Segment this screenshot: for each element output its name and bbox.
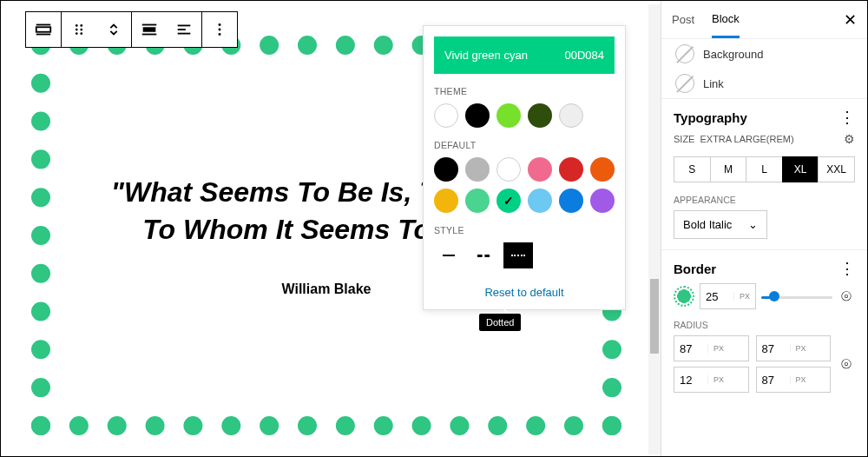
size-buttons: S M L XL XXL — [661, 155, 867, 193]
swatch-d-white[interactable] — [496, 157, 521, 182]
swatch-d-blue[interactable] — [559, 189, 583, 213]
size-m[interactable]: M — [710, 156, 747, 182]
style-label: STYLE — [434, 225, 615, 235]
style-solid-button[interactable] — [434, 242, 464, 268]
svg-point-8 — [80, 32, 82, 35]
border-section: Border ⋮ — [661, 249, 867, 280]
svg-point-3 — [76, 24, 78, 27]
quote-citation[interactable]: William Blake — [281, 281, 371, 297]
size-xxl[interactable]: XXL — [818, 156, 855, 182]
swatch-d-mint[interactable] — [465, 189, 490, 213]
default-label: DEFAULT — [434, 140, 615, 150]
unit-px: PX — [733, 292, 755, 301]
svg-rect-9 — [143, 27, 156, 32]
svg-point-15 — [219, 23, 221, 26]
swatch-lime[interactable] — [496, 103, 521, 128]
swatch-d-grey[interactable] — [465, 157, 490, 182]
swatch-d-yellow[interactable] — [434, 189, 458, 213]
typography-more-button[interactable]: ⋮ — [839, 109, 855, 125]
radius-tl-input[interactable]: PX — [674, 335, 749, 361]
link-label: Link — [703, 77, 724, 90]
swatch-d-black[interactable] — [434, 157, 458, 182]
style-buttons — [434, 242, 615, 268]
chevron-updown-icon — [104, 20, 123, 39]
border-color-swatch[interactable] — [674, 286, 694, 307]
typography-title: Typography — [674, 110, 747, 125]
swatch-d-purple[interactable] — [590, 189, 615, 213]
settings-sidebar: Post Block ✕ Background Link Typography … — [661, 1, 867, 457]
typography-section: Typography ⋮ — [661, 98, 867, 129]
tab-block[interactable]: Block — [712, 2, 740, 38]
swatch-d-vividgreencyan[interactable] — [496, 189, 521, 213]
none-circle-icon — [675, 74, 694, 93]
more-options-button[interactable] — [202, 12, 237, 47]
size-label: SIZE — [674, 134, 694, 144]
move-updown-button[interactable] — [96, 12, 131, 47]
sidebar-tabs: Post Block ✕ — [661, 1, 867, 39]
color-link-row[interactable]: Link — [661, 69, 867, 98]
close-sidebar-button[interactable]: ✕ — [844, 10, 857, 30]
swatch-d-red[interactable] — [559, 157, 583, 182]
size-row: SIZE EXTRA LARGE(REM) ⚙ — [661, 129, 867, 155]
border-width-slider[interactable] — [761, 289, 832, 303]
appearance-select[interactable]: Bold Italic ⌄ — [674, 210, 767, 239]
quote-block-icon — [34, 20, 53, 39]
link-radius-button[interactable]: ⦾ — [838, 355, 855, 373]
align-icon — [140, 20, 159, 39]
svg-point-16 — [219, 29, 221, 31]
radius-grid: PX PX ⦾ PX PX — [661, 335, 867, 401]
align-button[interactable] — [132, 12, 167, 47]
text-align-button[interactable] — [167, 12, 201, 47]
color-hex: 00D084 — [564, 49, 604, 62]
size-xl[interactable]: XL — [782, 156, 819, 182]
appearance-label: APPEARANCE — [661, 193, 867, 210]
scrollbar-thumb[interactable] — [650, 279, 659, 354]
border-width-field[interactable] — [700, 290, 733, 303]
more-vertical-icon — [210, 20, 229, 39]
theme-label: THEME — [434, 86, 615, 96]
tab-post[interactable]: Post — [672, 3, 694, 36]
radius-br-input[interactable]: PX — [756, 367, 832, 393]
border-width-row: PX ⦾ — [661, 280, 867, 318]
swatch-black[interactable] — [465, 103, 490, 128]
sidebar-scrollbar[interactable] — [648, 4, 661, 454]
reset-default-link[interactable]: Reset to default — [434, 286, 615, 299]
unlink-sides-button[interactable]: ⦾ — [838, 288, 855, 305]
radius-bl-input[interactable]: PX — [674, 367, 749, 393]
border-width-input[interactable]: PX — [700, 283, 756, 309]
cursor-pointer-icon: ↖ — [497, 300, 509, 316]
radius-tr-input[interactable]: PX — [756, 335, 832, 361]
border-more-button[interactable]: ⋮ — [839, 261, 855, 276]
drag-icon — [69, 20, 89, 39]
svg-point-17 — [219, 33, 221, 36]
size-l[interactable]: L — [746, 156, 783, 182]
swatch-white[interactable] — [434, 103, 458, 128]
swatch-d-orange[interactable] — [590, 157, 615, 182]
swatch-olive[interactable] — [528, 103, 552, 128]
block-toolbar — [25, 11, 238, 48]
text-align-icon — [174, 20, 194, 39]
style-dashed-button[interactable] — [469, 242, 498, 268]
style-dotted-button[interactable] — [503, 242, 533, 268]
border-color-popover: Vivid green cyan 00D084 THEME DEFAULT ST… — [423, 25, 626, 310]
size-name: EXTRA LARGE(REM) — [700, 134, 793, 144]
theme-swatches — [434, 103, 615, 128]
appearance-value: Bold Italic — [683, 218, 732, 231]
size-settings-button[interactable]: ⚙ — [844, 132, 855, 146]
size-s[interactable]: S — [674, 156, 711, 182]
swatch-d-lightblue[interactable] — [528, 189, 552, 213]
swatch-lightgrey[interactable] — [559, 103, 583, 128]
color-background-row[interactable]: Background — [661, 39, 867, 69]
default-swatches — [434, 157, 615, 213]
svg-point-4 — [80, 24, 82, 27]
drag-handle-button[interactable] — [62, 12, 96, 47]
svg-point-5 — [76, 29, 78, 31]
dotted-tooltip: Dotted — [479, 314, 521, 331]
block-type-button[interactable] — [26, 12, 61, 47]
svg-point-6 — [80, 29, 82, 31]
swatch-d-pink[interactable] — [528, 157, 552, 182]
none-circle-icon — [675, 44, 694, 63]
chevron-down-icon: ⌄ — [748, 218, 758, 231]
selected-color-display[interactable]: Vivid green cyan 00D084 — [434, 36, 615, 74]
border-title: Border — [674, 262, 716, 276]
